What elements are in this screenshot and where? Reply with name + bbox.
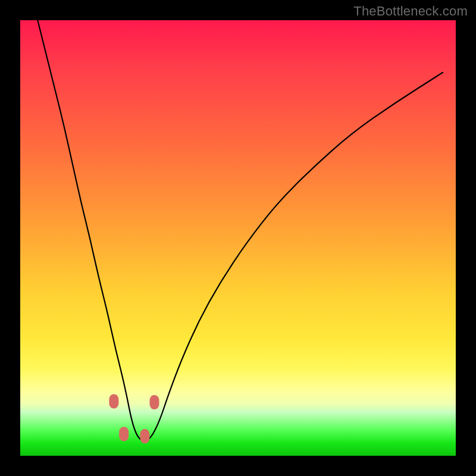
bead-marker — [119, 427, 129, 441]
bead-marker — [150, 395, 159, 409]
bead-marker — [109, 394, 118, 409]
watermark-text: TheBottleneck.com — [353, 4, 468, 19]
bead-marker — [140, 429, 149, 443]
curve-svg — [20, 20, 456, 456]
outer-frame: TheBottleneck.com — [0, 0, 476, 476]
bottleneck-curve — [37, 20, 443, 441]
plot-area — [20, 20, 456, 456]
